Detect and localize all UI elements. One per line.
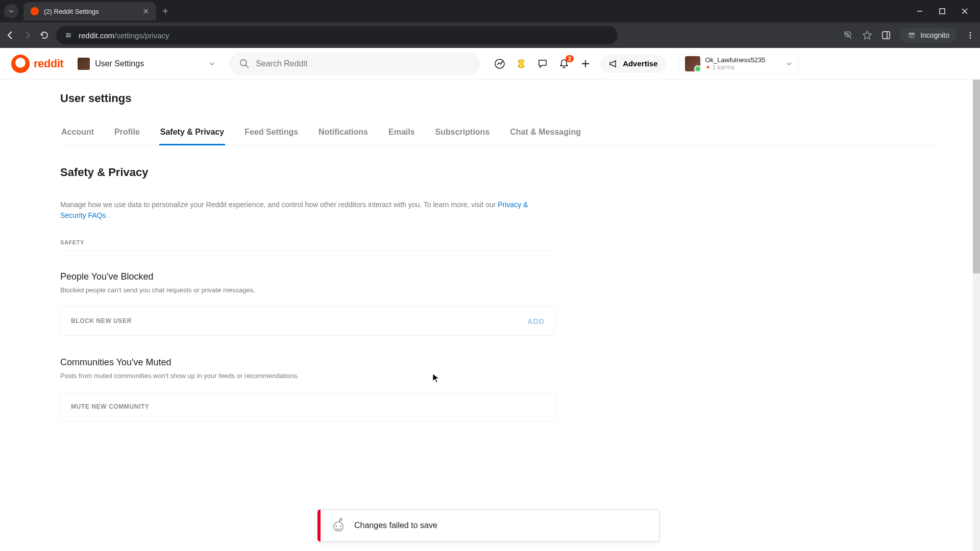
close-window-button[interactable] xyxy=(961,7,969,15)
section-description: Manage how we use data to personalize yo… xyxy=(60,199,535,221)
block-user-input[interactable] xyxy=(71,317,527,324)
minimize-button[interactable] xyxy=(916,7,924,15)
search-input[interactable] xyxy=(256,59,470,68)
safety-section-label: SAFETY xyxy=(60,239,555,251)
tab-profile[interactable]: Profile xyxy=(113,120,141,145)
address-bar[interactable]: reddit.com/settings/privacy xyxy=(56,26,618,44)
mute-community-row xyxy=(60,392,555,421)
incognito-icon xyxy=(907,31,916,40)
context-avatar-icon xyxy=(78,58,90,70)
muted-communities-block: Communities You've Muted Posts from mute… xyxy=(60,357,980,421)
close-tab-icon[interactable]: ✕ xyxy=(142,7,149,16)
user-avatar xyxy=(685,56,700,71)
reddit-logo-icon xyxy=(11,55,30,73)
user-name: Ok_Lawfulness5235 xyxy=(705,56,766,64)
svg-point-15 xyxy=(340,525,341,527)
svg-point-7 xyxy=(912,36,915,38)
svg-point-10 xyxy=(970,37,971,39)
maximize-button[interactable] xyxy=(938,7,946,15)
browser-chrome: (2) Reddit Settings ✕ + reddit.com/setti… xyxy=(0,0,980,48)
svg-rect-0 xyxy=(940,9,945,14)
karma-icon: ✦ xyxy=(705,64,710,71)
tab-account[interactable]: Account xyxy=(60,120,95,145)
chevron-down-icon xyxy=(208,60,215,67)
mute-community-input[interactable] xyxy=(71,403,545,410)
tab-notifications[interactable]: Notifications xyxy=(317,120,369,145)
bookmark-button[interactable] xyxy=(862,30,872,40)
reddit-logo-text: reddit xyxy=(34,57,63,70)
settings-tabs: AccountProfileSafety & PrivacyFeed Setti… xyxy=(60,120,938,145)
error-toast: Changes failed to save xyxy=(317,509,659,542)
svg-point-13 xyxy=(334,522,343,531)
reddit-logo[interactable]: reddit xyxy=(11,55,63,73)
advertise-label: Advertise xyxy=(623,59,657,68)
user-karma: ✦1 karma xyxy=(705,64,766,71)
browser-toolbar: reddit.com/settings/privacy Incognito xyxy=(0,22,980,48)
reddit-header: reddit User Settings 2 Advertise Ok_Lawf… xyxy=(0,48,980,80)
forward-button[interactable] xyxy=(22,30,33,40)
page-title: User settings xyxy=(60,92,980,105)
add-blocked-button[interactable]: ADD xyxy=(527,317,545,325)
svg-point-9 xyxy=(970,35,971,36)
window-controls xyxy=(916,7,976,15)
toast-message: Changes failed to save xyxy=(354,521,437,530)
svg-point-2 xyxy=(69,35,70,36)
side-panel-button[interactable] xyxy=(881,31,891,40)
svg-point-14 xyxy=(336,525,337,527)
svg-point-1 xyxy=(67,33,68,35)
popular-icon[interactable] xyxy=(494,58,505,69)
incognito-badge[interactable]: Incognito xyxy=(900,28,957,43)
browser-tab[interactable]: (2) Reddit Settings ✕ xyxy=(23,2,156,20)
blocked-title: People You've Blocked xyxy=(60,271,980,282)
search-box[interactable] xyxy=(230,53,480,75)
context-label: User Settings xyxy=(95,59,144,68)
tab-emails[interactable]: Emails xyxy=(387,120,416,145)
tab-safety-privacy[interactable]: Safety & Privacy xyxy=(159,120,225,145)
tab-search-button[interactable] xyxy=(4,4,18,18)
tracking-protection-icon[interactable] xyxy=(843,30,853,40)
tab-chat-messaging[interactable]: Chat & Messaging xyxy=(509,120,582,145)
search-icon xyxy=(239,59,250,69)
back-button[interactable] xyxy=(5,30,15,40)
reddit-mascot-icon xyxy=(331,518,346,533)
blocked-desc: Blocked people can't send you chat reque… xyxy=(60,286,980,294)
context-selector[interactable]: User Settings xyxy=(72,55,220,73)
svg-point-16 xyxy=(340,518,342,520)
content: User settings AccountProfileSafety & Pri… xyxy=(0,80,980,551)
tab-bar: (2) Reddit Settings ✕ + xyxy=(0,0,980,22)
section-title: Safety & Privacy xyxy=(60,166,980,179)
chat-icon[interactable] xyxy=(537,58,548,69)
coins-icon[interactable] xyxy=(516,58,527,69)
tab-feed-settings[interactable]: Feed Settings xyxy=(243,120,299,145)
incognito-label: Incognito xyxy=(920,31,949,39)
browser-menu-button[interactable] xyxy=(966,31,975,40)
advertise-button[interactable]: Advertise xyxy=(600,55,666,73)
tab-title: (2) Reddit Settings xyxy=(44,8,99,15)
muted-desc: Posts from muted communities won't show … xyxy=(60,372,980,380)
svg-point-4 xyxy=(847,33,849,35)
tab-subscriptions[interactable]: Subscriptions xyxy=(434,120,491,145)
new-tab-button[interactable]: + xyxy=(162,6,168,17)
reload-button[interactable] xyxy=(40,31,49,40)
svg-rect-5 xyxy=(883,32,890,39)
megaphone-icon xyxy=(608,59,619,69)
url-text: reddit.com/settings/privacy xyxy=(79,31,169,40)
user-menu[interactable]: Ok_Lawfulness5235 ✦1 karma xyxy=(679,54,799,74)
chevron-down-icon xyxy=(8,8,14,14)
svg-point-6 xyxy=(909,36,912,38)
blocked-users-block: People You've Blocked Blocked people can… xyxy=(60,271,980,336)
svg-point-8 xyxy=(970,32,971,34)
svg-point-3 xyxy=(67,36,68,38)
notification-badge: 2 xyxy=(566,55,574,62)
notifications-icon[interactable]: 2 xyxy=(558,58,570,69)
block-user-row: ADD xyxy=(60,306,555,336)
reddit-favicon xyxy=(31,7,39,15)
site-settings-icon[interactable] xyxy=(64,31,72,39)
muted-title: Communities You've Muted xyxy=(60,357,980,368)
svg-point-11 xyxy=(240,60,247,66)
scrollbar-thumb[interactable] xyxy=(973,80,980,273)
chevron-down-icon xyxy=(786,60,793,67)
create-post-icon[interactable] xyxy=(580,58,591,69)
